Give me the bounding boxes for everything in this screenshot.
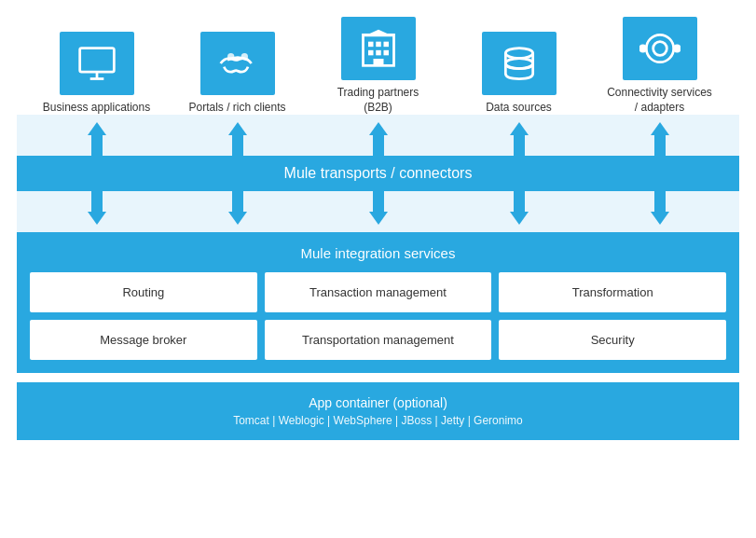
icon-box-portals: Portals / rich clients — [177, 32, 298, 116]
arrow-pair-1 — [36, 122, 158, 156]
app-container-title: App container (optional) — [30, 395, 726, 410]
svg-point-15 — [505, 58, 532, 68]
portals-label: Portals / rich clients — [188, 101, 285, 116]
svg-rect-0 — [79, 48, 114, 72]
arrow-down-pair-1 — [36, 191, 158, 225]
service-box-security: Security — [499, 320, 726, 360]
service-box-routing: Routing — [30, 272, 257, 312]
transports-band: Mule transports / connectors — [17, 156, 739, 191]
portals-icon-square — [200, 32, 275, 95]
data-icon-square — [482, 32, 557, 95]
icon-box-data: Data sources — [459, 32, 580, 116]
handshake-icon — [217, 43, 258, 84]
transaction-label: Transaction management — [309, 285, 447, 299]
svg-rect-9 — [368, 50, 374, 56]
arrow-pair-2 — [177, 122, 298, 156]
arrow-head-down-4 — [510, 212, 529, 225]
arrow-up-1 — [88, 122, 106, 156]
arrow-shaft-up-3 — [373, 135, 384, 156]
arrow-down-pair-4 — [459, 191, 580, 225]
top-icons-row: Business applications Portals / rich cli… — [17, 17, 739, 115]
svg-point-14 — [505, 48, 532, 58]
svg-point-17 — [646, 34, 673, 62]
svg-point-20 — [673, 45, 680, 51]
arrow-head-down-5 — [651, 212, 669, 225]
icon-box-trading: Trading partners(B2B) — [318, 17, 439, 115]
arrow-head-down-3 — [369, 212, 388, 225]
message-broker-label: Message broker — [100, 333, 186, 347]
diagram-wrapper: Business applications Portals / rich cli… — [0, 0, 756, 538]
arrow-shaft-up-2 — [232, 135, 243, 156]
arrow-shaft-down-3 — [373, 191, 384, 212]
data-label: Data sources — [486, 101, 552, 116]
service-box-message-broker: Message broker — [30, 320, 257, 360]
arrow-shaft-up-1 — [91, 135, 103, 156]
arrow-down-pair-2 — [177, 191, 298, 225]
arrows-up-section — [17, 115, 739, 156]
svg-point-21 — [639, 45, 646, 51]
arrow-head-up-1 — [88, 122, 106, 135]
building-icon — [358, 28, 399, 69]
app-container-sub: Tomcat | Weblogic | WebSphere | JBoss | … — [30, 414, 726, 427]
arrow-down-pair-3 — [318, 191, 439, 225]
icon-box-connectivity: Connectivity services/ adapters — [599, 17, 721, 115]
arrow-shaft-down-2 — [232, 191, 243, 212]
arrow-shaft-down-5 — [654, 191, 666, 212]
integration-title: Mule integration services — [30, 245, 726, 261]
arrow-shaft-up-4 — [514, 135, 525, 156]
arrow-pair-4 — [459, 122, 580, 156]
arrow-pair-3 — [318, 122, 439, 156]
transportation-label: Transportation management — [302, 333, 454, 347]
connectivity-label: Connectivity services/ adapters — [607, 86, 712, 115]
arrow-head-down-2 — [228, 212, 247, 225]
arrow-down-pair-5 — [599, 191, 721, 225]
arrow-head-down-1 — [88, 212, 106, 225]
transformation-label: Transformation — [572, 285, 653, 299]
trading-label: Trading partners(B2B) — [337, 86, 419, 115]
arrow-pair-5 — [599, 122, 721, 156]
svg-rect-7 — [376, 42, 381, 47]
business-label: Business applications — [43, 101, 150, 116]
arrow-head-up-2 — [228, 122, 247, 135]
service-box-transformation: Transformation — [499, 272, 726, 312]
monitor-icon — [76, 43, 117, 84]
arrow-shaft-down-1 — [91, 191, 103, 212]
database-icon — [499, 43, 540, 84]
svg-point-16 — [653, 42, 667, 56]
security-label: Security — [591, 333, 635, 347]
svg-rect-8 — [383, 42, 389, 47]
arrows-down-section — [17, 191, 739, 232]
service-box-transaction: Transaction management — [265, 272, 492, 312]
service-box-transportation: Transportation management — [265, 320, 492, 360]
svg-rect-12 — [373, 59, 383, 65]
routing-label: Routing — [122, 285, 164, 299]
arrow-head-up-4 — [510, 122, 529, 135]
svg-marker-13 — [363, 30, 393, 36]
app-container: App container (optional) Tomcat | Weblog… — [17, 382, 739, 440]
svg-rect-11 — [383, 50, 389, 56]
arrow-head-up-5 — [651, 122, 669, 135]
svg-rect-6 — [368, 42, 374, 47]
services-grid: Routing Transaction management Transform… — [30, 272, 726, 360]
connectivity-icon-square — [623, 17, 697, 80]
arrow-shaft-down-4 — [514, 191, 525, 212]
svg-rect-10 — [376, 50, 381, 56]
gear-icon — [639, 28, 680, 69]
arrow-head-up-3 — [369, 122, 388, 135]
business-icon-square — [60, 32, 134, 95]
integration-section: Mule integration services Routing Transa… — [17, 232, 739, 373]
icon-box-business: Business applications — [36, 32, 158, 116]
arrow-shaft-up-5 — [654, 135, 666, 156]
transports-label: Mule transports / connectors — [284, 165, 473, 181]
trading-icon-square — [341, 17, 416, 80]
